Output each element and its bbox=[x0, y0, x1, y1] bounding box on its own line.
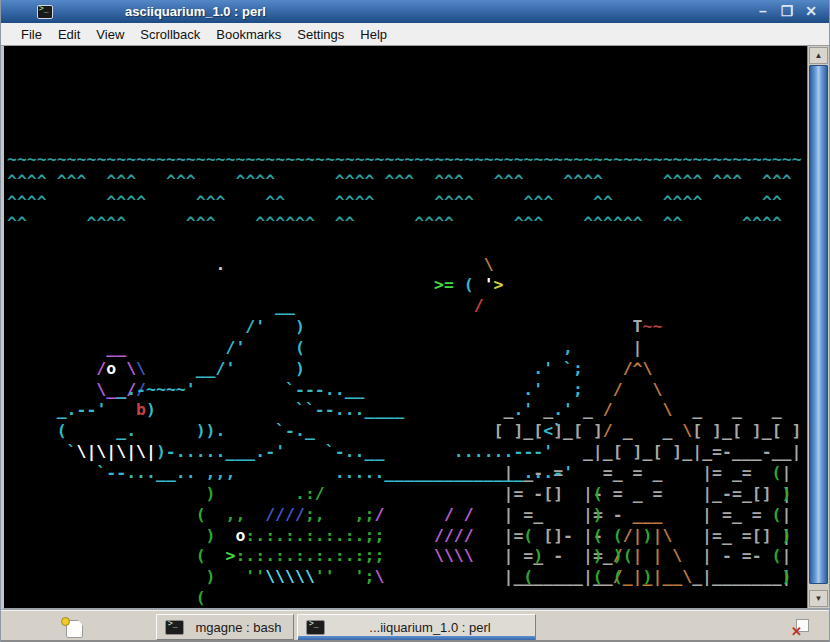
ascii-castle: _|_[ ]_[ ]_|_=-___-__| bbox=[583, 443, 802, 461]
window-title: asciiquarium_1.0 : perl bbox=[125, 4, 266, 19]
ascii-castle: _|_______| bbox=[692, 568, 791, 586]
task-label: mgagne : bash bbox=[184, 620, 293, 635]
scrollbar[interactable]: ▲ ▼ bbox=[807, 46, 829, 608]
ascii-seaweed: ( bbox=[523, 527, 533, 545]
ascii-big-fish: ;; bbox=[364, 527, 384, 545]
ascii-big-fish: '' bbox=[315, 568, 335, 586]
ascii-shark: `--...__.. bbox=[96, 464, 195, 482]
ascii-big-fish: / / bbox=[444, 506, 474, 524]
ascii-shark: _.-~~~~' bbox=[116, 381, 195, 399]
ascii-seaweed: ( bbox=[772, 506, 782, 524]
ascii-seaweed: ( bbox=[613, 568, 623, 586]
ascii-shark: ,,, bbox=[206, 464, 236, 482]
ascii-castle: \ bbox=[682, 422, 692, 440]
ascii-shark: /' bbox=[245, 318, 265, 336]
ascii-castle: ~~ bbox=[643, 318, 663, 336]
ascii-castle: [ ]_[ ]_[ ] bbox=[692, 422, 801, 440]
ascii-magenta-fish: o bbox=[106, 360, 116, 378]
ascii-big-fish: > bbox=[225, 547, 235, 565]
menu-help[interactable]: Help bbox=[352, 24, 395, 45]
ascii-seaweed: ( bbox=[593, 485, 603, 503]
ascii-shark: ( bbox=[295, 339, 305, 357]
ascii-seaweed: ( bbox=[593, 568, 603, 586]
ascii-magenta-fish: / bbox=[96, 360, 106, 378]
ascii-water-surface: ^^ ^^^^ ^^^ ^^^^^^ ^^ ^^^^ ^^^ ^^^^^^ ^^… bbox=[7, 214, 782, 232]
ascii-seaweed: ) bbox=[206, 527, 216, 545]
window-terminal-icon bbox=[37, 5, 53, 19]
ascii-seaweed: ) bbox=[593, 547, 603, 565]
ascii-small-fish: \ bbox=[484, 256, 494, 274]
ascii-big-fish: '; bbox=[355, 568, 375, 586]
ascii-castle: /_|_|__\ bbox=[613, 568, 692, 586]
tray-close-note-icon[interactable]: ✕ bbox=[791, 617, 811, 637]
maximize-button[interactable]: ❐ bbox=[779, 0, 795, 23]
ascii-shark: ``--...____ bbox=[295, 401, 404, 419]
ascii-castle: / \ bbox=[613, 381, 663, 399]
ascii-castle: ___ bbox=[633, 506, 663, 524]
ascii-big-fish: o bbox=[235, 527, 245, 545]
terminal-icon bbox=[165, 620, 184, 635]
ascii-shark: )-.....___.-' bbox=[156, 443, 285, 461]
ascii-seaweed: ) bbox=[643, 527, 653, 545]
ascii-shark: `-..__ bbox=[325, 443, 385, 461]
ascii-seaweed: ( bbox=[523, 568, 533, 586]
menu-edit[interactable]: Edit bbox=[50, 24, 88, 45]
ascii-magenta-fish: __ bbox=[106, 339, 126, 357]
ascii-small-fish: ( bbox=[464, 276, 474, 294]
title-bar[interactable]: asciiquarium_1.0 : perl – ❐ ✕ bbox=[1, 0, 829, 23]
ascii-big-fish: \\\\\ bbox=[265, 568, 315, 586]
ascii-castle: T bbox=[633, 318, 643, 336]
ascii-shark: .' .' bbox=[513, 401, 573, 419]
task-button-asciiquarium[interactable]: ...iiquarium_1.0 : perl bbox=[297, 614, 536, 640]
ascii-castle: =_ = _ |= _= | bbox=[603, 464, 792, 482]
ascii-magenta-fish: \ bbox=[126, 360, 136, 378]
ascii-shark: ( bbox=[57, 422, 67, 440]
ascii-shark: `---..__ bbox=[285, 381, 364, 399]
ascii-small-fish: / bbox=[474, 297, 484, 315]
ascii-seaweed: ) bbox=[782, 485, 792, 503]
ascii-castle: |=_ =[] | bbox=[672, 527, 791, 545]
menu-settings[interactable]: Settings bbox=[289, 24, 352, 45]
ascii-magenta-fish: \ bbox=[136, 360, 146, 378]
ascii-castle: |= -[] |- = _ = |_-=_[] | bbox=[504, 485, 792, 503]
ascii-shark: ` bbox=[67, 443, 77, 461]
ascii-shark: , bbox=[563, 339, 573, 357]
ascii-seaweed: ) bbox=[206, 485, 216, 503]
ascii-shark: <` bbox=[543, 422, 563, 440]
ascii-big-fish: //// bbox=[434, 527, 474, 545]
notes-icon[interactable] bbox=[61, 616, 83, 638]
ascii-castle: /^\ bbox=[623, 360, 653, 378]
menu-file[interactable]: File bbox=[13, 24, 50, 45]
ascii-big-fish: :.:.:.:.:.:.: bbox=[235, 547, 364, 565]
terminal-icon bbox=[306, 620, 325, 635]
minimize-button[interactable]: – bbox=[755, 0, 771, 23]
ascii-big-fish: ;; bbox=[364, 547, 384, 565]
ascii-small-fish: >= bbox=[434, 276, 454, 294]
ascii-castle: |= []- |- bbox=[504, 527, 623, 545]
ascii-shark: __/' bbox=[196, 360, 236, 378]
ascii-big-fish: :.:.:.:.:.:. bbox=[245, 527, 364, 545]
ascii-big-fish: / bbox=[374, 506, 384, 524]
ascii-shark: .' `; bbox=[533, 360, 583, 378]
scrollbar-thumb[interactable] bbox=[809, 65, 828, 584]
ascii-castle: / bbox=[603, 422, 613, 440]
terminal-screen[interactable]: ~~~~~~~~~~~~~~~~~~~~~~~~~~~~~~~~~~~~~~~~… bbox=[7, 47, 807, 608]
scroll-up-button[interactable]: ▲ bbox=[809, 47, 828, 64]
close-button[interactable]: ✕ bbox=[803, 0, 819, 23]
ascii-seaweed: ) bbox=[643, 568, 653, 586]
task-button-bash[interactable]: mgagne : bash bbox=[156, 614, 294, 640]
ascii-seaweed: ) bbox=[206, 568, 216, 586]
scroll-down-button[interactable]: ▼ bbox=[809, 590, 828, 607]
ascii-shark: ......---' bbox=[454, 443, 553, 461]
ascii-shark: ) bbox=[295, 318, 305, 336]
ascii-shark: ) bbox=[146, 401, 156, 419]
menu-bookmarks[interactable]: Bookmarks bbox=[208, 24, 289, 45]
menu-scrollback[interactable]: Scrollback bbox=[132, 24, 208, 45]
menu-view[interactable]: View bbox=[88, 24, 132, 45]
ascii-castle: | bbox=[633, 339, 643, 357]
ascii-big-fish: \\\\ bbox=[434, 547, 474, 565]
ascii-shark: .....______________...-' bbox=[335, 464, 573, 482]
ascii-seaweed: ( bbox=[196, 589, 206, 607]
ascii-castle: _ _ bbox=[613, 422, 683, 440]
ascii-seaweed: ) bbox=[782, 527, 792, 545]
